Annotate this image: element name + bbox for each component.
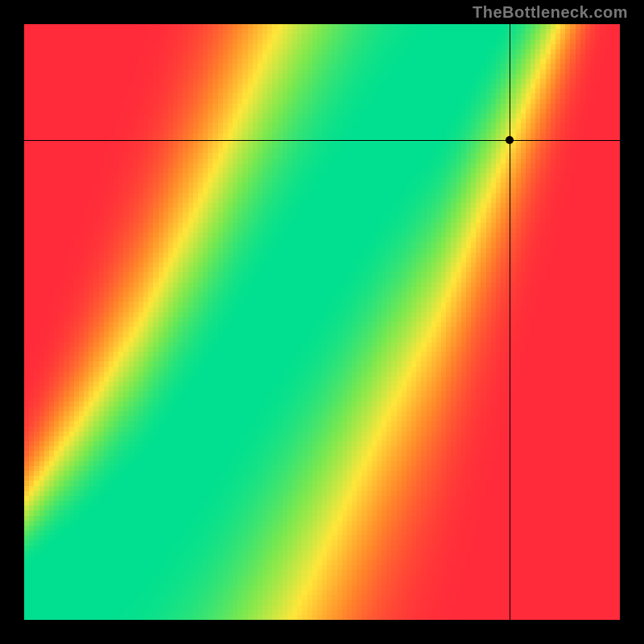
- watermark-text: TheBottleneck.com: [473, 3, 628, 22]
- page-frame: TheBottleneck.com: [0, 0, 644, 644]
- crosshair-vertical: [510, 24, 510, 620]
- selection-marker: [506, 136, 514, 144]
- heatmap-canvas: [24, 24, 620, 620]
- plot-area: [24, 24, 620, 620]
- crosshair-horizontal: [24, 140, 620, 141]
